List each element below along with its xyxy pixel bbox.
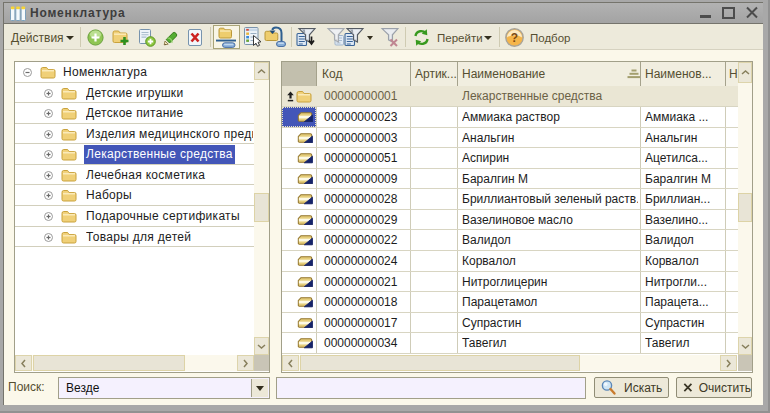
svg-text:?: ?: [511, 31, 518, 45]
